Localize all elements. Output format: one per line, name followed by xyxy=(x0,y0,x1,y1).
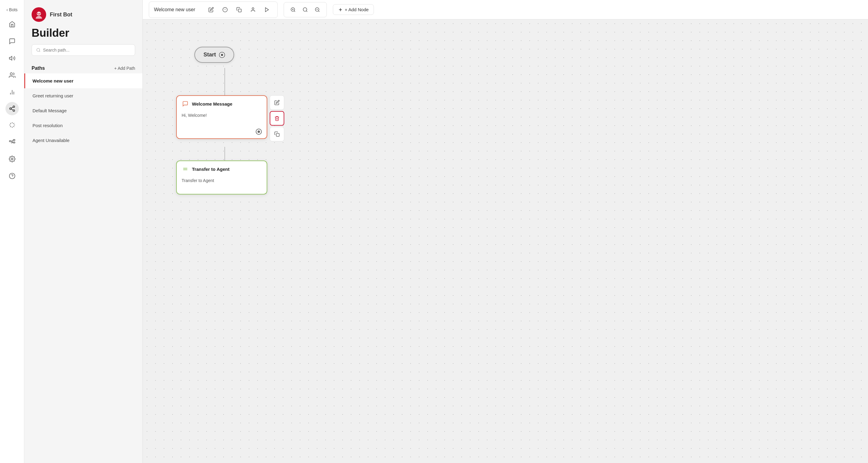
play-button[interactable] xyxy=(261,4,272,15)
search-box xyxy=(32,44,135,56)
svg-line-8 xyxy=(11,109,13,110)
svg-line-12 xyxy=(10,123,11,124)
message-icon xyxy=(182,100,189,107)
svg-line-17 xyxy=(13,123,14,124)
page-title: Builder xyxy=(32,27,135,39)
welcome-message-title: Welcome Message xyxy=(192,101,232,106)
welcome-message-node-container: Welcome Message Hi, Welcome! xyxy=(176,95,267,139)
svg-rect-34 xyxy=(239,9,242,12)
svg-rect-19 xyxy=(13,139,14,141)
svg-point-27 xyxy=(37,13,38,14)
svg-line-44 xyxy=(318,11,319,11)
back-button[interactable]: ‹ Bots xyxy=(0,5,24,14)
toolbar: Welcome new user xyxy=(143,0,868,20)
nav-settings[interactable] xyxy=(5,152,20,166)
icon-nav: ‹ Bots xyxy=(0,0,24,463)
svg-line-9 xyxy=(11,107,13,108)
transfer-icon xyxy=(182,165,189,173)
svg-rect-20 xyxy=(13,142,14,143)
nav-chat[interactable] xyxy=(5,34,20,48)
bot-logo xyxy=(32,7,46,22)
nav-help[interactable] xyxy=(5,169,20,183)
paths-header: Paths + Add Path xyxy=(24,61,143,73)
path-item-greet-returning-user[interactable]: Greet returning user xyxy=(24,88,143,103)
sidebar: First Bot Builder Paths + Add Path Welco… xyxy=(24,0,143,463)
svg-point-6 xyxy=(9,108,11,109)
nav-reports[interactable] xyxy=(5,85,20,100)
svg-point-23 xyxy=(11,158,13,160)
info-button[interactable] xyxy=(220,4,230,15)
path-item-welcome-new-user[interactable]: Welcome new user xyxy=(24,73,143,88)
transfer-agent-body: Transfer to Agent xyxy=(177,176,267,194)
transfer-agent-text: Transfer to Agent xyxy=(182,178,214,183)
svg-point-29 xyxy=(37,48,40,51)
svg-marker-0 xyxy=(9,57,11,60)
bot-info: First Bot xyxy=(32,7,135,22)
search-input[interactable] xyxy=(43,47,131,53)
nav-home[interactable] xyxy=(5,17,20,32)
path-item-agent-unavailable[interactable]: Agent Unavailable xyxy=(24,133,143,148)
svg-rect-18 xyxy=(9,140,11,142)
svg-line-38 xyxy=(294,11,295,11)
start-dot xyxy=(219,52,225,58)
path-item-default-message[interactable]: Default Message xyxy=(24,103,143,118)
start-node-container: Start xyxy=(194,47,234,63)
paths-label: Paths xyxy=(32,66,45,71)
svg-line-30 xyxy=(39,51,40,52)
svg-marker-36 xyxy=(266,8,269,12)
add-node-label: + Add Node xyxy=(345,7,369,12)
add-path-button[interactable]: + Add Path xyxy=(114,66,135,71)
transfer-agent-title: Transfer to Agent xyxy=(192,167,229,172)
toolbar-path-name: Welcome new user xyxy=(154,7,203,12)
welcome-message-node[interactable]: Welcome Message Hi, Welcome! xyxy=(176,95,267,139)
svg-line-42 xyxy=(306,11,307,11)
svg-rect-48 xyxy=(276,133,279,136)
transfer-agent-header: Transfer to Agent xyxy=(177,161,267,176)
svg-point-28 xyxy=(39,13,40,14)
copy-button[interactable] xyxy=(234,4,245,15)
svg-point-7 xyxy=(13,110,14,112)
svg-line-13 xyxy=(13,126,14,127)
svg-point-5 xyxy=(13,106,14,108)
nav-integrations[interactable] xyxy=(5,102,19,115)
welcome-message-dot-inner xyxy=(257,130,260,133)
nav-campaigns[interactable] xyxy=(5,51,20,66)
start-label: Start xyxy=(204,52,216,58)
welcome-message-header: Welcome Message xyxy=(177,96,267,110)
zoom-out-button[interactable] xyxy=(312,4,323,15)
svg-line-16 xyxy=(10,126,11,127)
zoom-reset-button[interactable] xyxy=(300,4,311,15)
nav-hierarchy[interactable] xyxy=(5,135,20,149)
zoom-in-button[interactable] xyxy=(288,4,299,15)
main-area: Welcome new user xyxy=(143,0,868,463)
user-button[interactable] xyxy=(248,4,258,15)
nav-contacts[interactable] xyxy=(5,68,20,82)
chevron-left-icon: ‹ xyxy=(6,7,8,12)
welcome-message-dot xyxy=(256,129,262,135)
svg-point-41 xyxy=(303,8,307,11)
start-node[interactable]: Start xyxy=(194,47,234,63)
canvas: Start Welcome Message Hi, Welcome! xyxy=(143,20,868,463)
search-icon xyxy=(36,47,41,53)
nav-ideas[interactable] xyxy=(5,118,20,132)
connector-lines xyxy=(143,20,868,463)
svg-line-21 xyxy=(12,140,13,141)
path-list: Welcome new user Greet returning user De… xyxy=(24,73,143,463)
edit-node-button[interactable] xyxy=(270,95,284,110)
svg-point-1 xyxy=(10,73,12,75)
add-node-button[interactable]: + Add Node xyxy=(333,4,374,15)
transfer-agent-node-container: Transfer to Agent Transfer to Agent xyxy=(176,161,267,195)
delete-node-button[interactable] xyxy=(270,111,284,126)
bot-name: First Bot xyxy=(50,11,72,18)
zoom-controls xyxy=(284,2,327,17)
duplicate-node-button[interactable] xyxy=(270,127,284,141)
path-item-post-resolution[interactable]: Post resolution xyxy=(24,118,143,133)
start-dot-inner xyxy=(221,54,223,56)
welcome-message-text: Hi, Welcome! xyxy=(182,113,207,118)
transfer-agent-node[interactable]: Transfer to Agent Transfer to Agent xyxy=(176,161,267,195)
welcome-message-body: Hi, Welcome! xyxy=(177,110,267,129)
back-label: Bots xyxy=(9,7,18,12)
edit-path-button[interactable] xyxy=(206,4,217,15)
welcome-message-footer xyxy=(177,129,267,138)
svg-point-35 xyxy=(252,8,254,9)
